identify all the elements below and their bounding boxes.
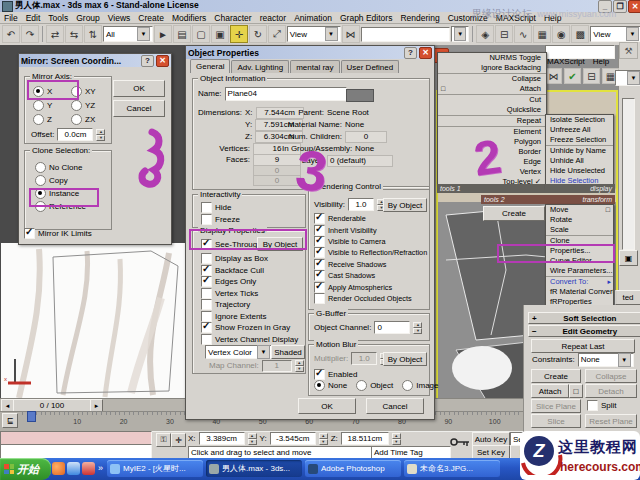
op-cancel-button[interactable]: Cancel <box>366 398 424 414</box>
map-channel-field[interactable]: 1 <box>262 360 292 372</box>
radio-option[interactable]: Reference <box>35 200 86 213</box>
selection-region-icon[interactable]: ▢ <box>192 25 210 43</box>
named-selection-arrow[interactable]: ▼ <box>451 26 469 42</box>
check-icon[interactable]: ✔ <box>564 68 581 84</box>
material-editor-icon[interactable]: ◉ <box>552 25 570 43</box>
unlink-selection-icon[interactable]: ⇆ <box>65 25 83 43</box>
quad-menu-item[interactable]: fR Material Converter <box>546 287 613 297</box>
reference-coordinate-dropdown[interactable]: View▼ <box>287 26 341 42</box>
menu-item[interactable]: Rendering <box>396 13 443 23</box>
tab[interactable]: Adv. Lighting <box>231 60 289 73</box>
reset-plane-button[interactable]: Reset Plane <box>585 414 637 428</box>
object-channel-field[interactable]: 0 <box>374 321 410 334</box>
visibility-byobject-button[interactable]: By Object <box>383 198 427 212</box>
checkbox-row[interactable]: Trajectory <box>201 299 298 311</box>
menu-item[interactable]: Animation <box>290 13 336 23</box>
quad-menu-item[interactable]: Vertex <box>438 167 546 177</box>
object-color-swatch[interactable] <box>346 89 374 102</box>
tab[interactable]: General <box>190 59 230 73</box>
menu-item[interactable]: Graph Editors <box>336 13 396 23</box>
offset-field[interactable]: 0.0cm <box>57 128 93 141</box>
menu-item[interactable]: reactor <box>256 13 290 23</box>
see-through-byobject-button[interactable]: By Object <box>257 237 303 251</box>
vertex-color-dropdown[interactable]: Vertex Color▼ <box>205 345 273 359</box>
radio-option[interactable]: None <box>314 380 347 391</box>
map-channel-spinner[interactable]: ▲▼ <box>295 360 304 372</box>
button-fragment-ted[interactable]: ted <box>615 290 640 305</box>
checkbox-row[interactable]: Render Occluded Objects <box>314 293 427 304</box>
checkbox-row[interactable]: Vertex Channel Display <box>201 334 298 346</box>
close-icon[interactable]: ✕ <box>419 47 432 59</box>
x-coordinate-field[interactable]: 3.389cm <box>199 432 245 445</box>
z-coordinate-field[interactable]: 18.511cm <box>341 432 389 445</box>
layer-manager-icon[interactable]: ⊟ <box>495 25 513 43</box>
collapse-button[interactable]: Collapse <box>585 369 637 383</box>
menu-item-maxscript[interactable]: MAXScript <box>547 57 585 66</box>
checkbox-row[interactable]: Inherit Visibility <box>314 224 427 235</box>
curve-editor-icon[interactable]: ∿ <box>514 25 532 43</box>
quicklaunch-chevron[interactable]: » <box>98 463 103 473</box>
quad-menu-item[interactable]: NURMS Toggle <box>438 53 546 63</box>
selection-lock-icon[interactable]: ⚿ <box>156 433 171 447</box>
edit-geometry-rollout[interactable]: −Edit Geometry <box>528 325 640 337</box>
visibility-field[interactable]: 1.0 <box>348 198 374 211</box>
bind-to-spacewarp-icon[interactable]: ⇅ <box>84 25 102 43</box>
quad-menu-item[interactable]: Unfreeze All <box>546 125 613 135</box>
quad-menu-item[interactable]: Quickslice <box>438 105 546 115</box>
help-icon[interactable]: ? <box>404 47 417 59</box>
select-and-move-icon[interactable]: ✛ <box>230 25 248 43</box>
op-dialog-titlebar[interactable]: Object Properties ? ✕ <box>186 46 434 59</box>
quad-menu-item[interactable]: Freeze Selection <box>546 135 613 145</box>
taskbar-task[interactable]: MyIE2 - [火星时... <box>107 460 203 477</box>
menu-item[interactable]: Views <box>104 13 135 23</box>
checkbox-row[interactable]: Apply Atmospherics <box>314 281 427 292</box>
checkbox-row[interactable]: Receive Shadows <box>314 259 427 270</box>
panel-dropdown-fragment[interactable]: ▼ <box>615 70 640 86</box>
close-icon[interactable]: ✕ <box>156 55 169 67</box>
absolute-offset-icon[interactable]: ✛ <box>171 433 186 447</box>
mirror-ok-button[interactable]: OK <box>113 80 165 97</box>
align-icon[interactable]: ◈ <box>476 25 494 43</box>
radio-option[interactable]: Image <box>402 380 438 391</box>
checkbox-row[interactable]: Edges Only <box>201 276 298 288</box>
checkbox-row[interactable]: Vertex Ticks <box>201 288 298 300</box>
tab[interactable]: User Defined <box>341 60 400 73</box>
set-key-button[interactable]: Set Key <box>472 445 510 459</box>
slice-button[interactable]: Slice <box>531 414 581 428</box>
x-spinner[interactable]: ▲▼ <box>248 433 257 445</box>
op-ok-button[interactable]: OK <box>298 398 356 414</box>
mirror-dialog-titlebar[interactable]: Mirror: Screen Coordin... ? ✕ <box>19 54 171 67</box>
menu-item[interactable]: Group <box>72 13 104 23</box>
repeat-last-button[interactable]: Repeat Last <box>531 339 635 353</box>
mirror-ik-limits-row[interactable]: Mirror IK Limits <box>24 228 92 239</box>
checkbox-row[interactable]: Backface Cull <box>201 265 298 277</box>
select-by-name-icon[interactable]: ▤ <box>173 25 191 43</box>
current-frame-marker[interactable] <box>27 411 36 422</box>
shaded-button[interactable]: Shaded <box>271 345 305 359</box>
mb-byobject-button[interactable]: By Object <box>383 352 427 366</box>
checkbox-row[interactable]: Cast Shadows <box>314 270 427 281</box>
multiplier-field[interactable]: 1.0 <box>351 352 377 365</box>
taskbar-task[interactable]: 男人体.max - 3ds... <box>206 460 302 477</box>
checkbox-row[interactable]: Visible to Camera <box>314 236 427 247</box>
quad-menu-item[interactable]: Unhide by Name <box>546 145 613 156</box>
radio-option[interactable]: Object <box>356 380 393 391</box>
mirror-cancel-button[interactable]: Cancel <box>113 100 165 117</box>
soft-selection-rollout[interactable]: +Soft Selection <box>528 312 640 324</box>
attach-button[interactable]: Attach <box>531 384 569 398</box>
radio-option[interactable]: X <box>33 85 71 98</box>
quad-menu-item[interactable]: Polygon <box>438 137 546 147</box>
detach-button[interactable]: Detach <box>585 384 637 398</box>
menu-item[interactable]: Modifiers <box>168 13 210 23</box>
menu-item[interactable]: Create <box>134 13 168 23</box>
radio-option[interactable]: Instance <box>35 187 86 200</box>
taskbar-task[interactable]: Adobe Photoshop <box>305 460 401 477</box>
quad-menu-item[interactable]: Unhide All <box>546 156 613 166</box>
z-spinner[interactable]: ▲▼ <box>392 433 401 445</box>
select-and-link-icon[interactable]: ⇄ <box>46 25 64 43</box>
select-and-rotate-icon[interactable]: ↻ <box>249 25 267 43</box>
quicklaunch-player-icon[interactable] <box>82 462 95 475</box>
name-field[interactable]: Plane04 <box>225 87 347 101</box>
checkbox-row[interactable]: Visible to Reflection/Refraction <box>314 247 427 258</box>
checkbox-row[interactable]: Renderable <box>314 213 427 224</box>
